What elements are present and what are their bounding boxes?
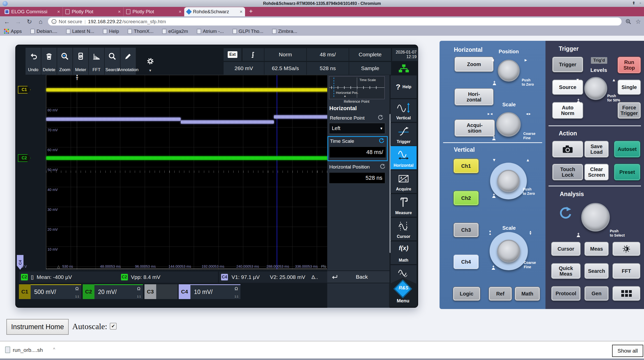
ch1-button[interactable]: Ch1 bbox=[453, 159, 479, 173]
ch4-button[interactable]: Ch4 bbox=[453, 254, 479, 269]
trigger-mode-cell[interactable]: Norm bbox=[264, 48, 306, 61]
network-icon[interactable] bbox=[399, 64, 409, 73]
protocol-button[interactable]: Protocol bbox=[551, 286, 581, 301]
quick-meas-button[interactable]: Quick Meas bbox=[551, 263, 581, 279]
screenshot-button[interactable] bbox=[552, 141, 583, 158]
bookmark-help[interactable]: Help bbox=[103, 29, 119, 34]
horizontal-position-reset-icon[interactable] bbox=[379, 163, 386, 170]
back-icon[interactable]: ← bbox=[3, 18, 11, 25]
c2-channel-badge[interactable]: C2 bbox=[83, 284, 94, 299]
tab-elog[interactable]: ELOG Commissi × bbox=[2, 7, 63, 16]
annotation-button[interactable]: Annotation bbox=[120, 48, 136, 75]
back-button[interactable]: Back bbox=[327, 271, 390, 283]
forward-icon[interactable]: → bbox=[14, 18, 22, 25]
new-tab-button[interactable]: + bbox=[249, 8, 253, 16]
undo-button[interactable]: Undo bbox=[26, 48, 41, 75]
c2-scale-cell[interactable]: 20 mV/ Ω 1:1 bbox=[94, 284, 143, 299]
menu-item-cursor[interactable]: Cursor bbox=[391, 217, 417, 240]
c1-level-flag[interactable]: C1 bbox=[18, 86, 31, 94]
acquisition-panel-button[interactable]: Acqui- sition bbox=[454, 119, 495, 137]
tab-plotly-1[interactable]: Plotly Plot × bbox=[63, 7, 124, 16]
address-bar[interactable]: i Not secure | 192.168.229.22 /screencam… bbox=[48, 18, 622, 25]
trigger-source-cell[interactable]: Ext bbox=[224, 48, 241, 61]
autoscale-checkbox[interactable]: ✔ bbox=[110, 323, 117, 330]
acquisition-mode-cell[interactable]: Sample bbox=[349, 62, 391, 75]
bookmark-glpi[interactable]: GLPI Tho... bbox=[233, 29, 263, 34]
c3-channel-badge[interactable]: C3 bbox=[144, 284, 156, 299]
trigger-slope-cell[interactable] bbox=[242, 48, 264, 61]
sample-rate-cell[interactable]: 62.5 MSa/s bbox=[264, 62, 306, 75]
bookmark-egiga2m[interactable]: eGiga2m bbox=[162, 29, 188, 34]
trigger-time-marker[interactable]: ▼ T bbox=[74, 74, 80, 81]
meter-button[interactable]: Meter bbox=[73, 48, 88, 75]
math-button[interactable]: Math bbox=[515, 287, 540, 301]
menu-item-vertical[interactable]: Vertical bbox=[391, 99, 417, 122]
single-button[interactable]: Single bbox=[617, 80, 641, 95]
bookmark-apps[interactable]: Apps bbox=[4, 29, 22, 34]
cursor-panel-button[interactable]: Cursor bbox=[551, 242, 581, 256]
c4-channel-badge[interactable]: C4 bbox=[179, 284, 190, 299]
menu-item-help[interactable]: ? Help bbox=[391, 75, 417, 98]
bookmark-debian[interactable]: Debian.... bbox=[30, 29, 57, 34]
minimize-icon[interactable]: ▫ bbox=[640, 1, 641, 5]
fft-button[interactable]: FFT bbox=[89, 48, 104, 75]
intensity-button[interactable] bbox=[612, 242, 640, 256]
c2-level-flag[interactable]: C2 bbox=[18, 154, 31, 162]
c4-scale-cell[interactable]: 10 mV/ Ω 1:1 bbox=[190, 284, 240, 299]
tab-close-icon[interactable]: × bbox=[240, 9, 242, 15]
horizontal-position-valuebox[interactable]: 528 ns bbox=[329, 172, 385, 184]
menu-item-measure[interactable]: Measure bbox=[391, 194, 417, 217]
menu-item-trigger[interactable]: Trigger bbox=[391, 122, 417, 146]
ch2-button[interactable]: Ch2 bbox=[453, 191, 479, 205]
vertical-position-knob[interactable] bbox=[497, 170, 520, 192]
zoom-level-icon[interactable] bbox=[625, 18, 632, 25]
auto-norm-button[interactable]: Auto Norm bbox=[552, 102, 583, 119]
reference-point-dropdown[interactable]: Left ▾ bbox=[329, 123, 385, 134]
bookmark-thomx[interactable]: ThomX... bbox=[128, 29, 153, 34]
c1-channel-badge[interactable]: C1 bbox=[19, 284, 31, 299]
gear-icon[interactable] bbox=[147, 57, 154, 65]
clear-screen-button[interactable]: Clear Screen bbox=[584, 164, 609, 181]
tab-rohde-schwarz-active[interactable]: Rohde&Schwarz × bbox=[184, 7, 245, 16]
download-file-name[interactable]: run_orb....sh bbox=[13, 347, 43, 353]
time-scale-reset-icon[interactable] bbox=[378, 137, 385, 144]
bookmark-star-icon[interactable]: ☆ bbox=[635, 18, 641, 25]
menu-item-math[interactable]: f(x) Math bbox=[391, 241, 417, 264]
horizontal-panel-button[interactable]: Hori- zontal bbox=[454, 88, 494, 106]
trigger-level-cell[interactable]: 260 mV bbox=[224, 62, 264, 75]
bookmark-atrium[interactable]: Atrium -... bbox=[197, 29, 224, 34]
reload-icon[interactable]: ↻ bbox=[26, 18, 33, 25]
navigation-knob[interactable] bbox=[581, 203, 610, 232]
save-load-button[interactable]: Save Load bbox=[584, 141, 609, 158]
preset-button[interactable]: Preset bbox=[614, 164, 640, 181]
gear-dropdown-icon[interactable]: ▼ bbox=[149, 69, 152, 72]
reference-point-reset-icon[interactable] bbox=[377, 114, 384, 121]
run-stop-button[interactable]: Run Stop bbox=[617, 57, 641, 73]
menu-item-horizontal-active[interactable]: Horizontal bbox=[391, 146, 417, 169]
trigger-levels-knob[interactable] bbox=[584, 77, 607, 100]
search-panel-button[interactable]: Search bbox=[584, 263, 609, 279]
instrument-home-button[interactable]: Instrument Home bbox=[6, 319, 69, 335]
force-trigger-button[interactable]: Force Trigger bbox=[617, 102, 641, 119]
maximize-icon[interactable]: ⬆ bbox=[632, 1, 635, 5]
measurement-section-1[interactable]: C2 [] Mean: -400 µV C2 Vpp: 8.4 mV bbox=[19, 272, 218, 283]
waveform-graticule[interactable]: 90 mV 80 mV 70 mV 60 mV 50 mV 40 mV 30 m… bbox=[46, 75, 341, 269]
trigger-menu-button[interactable]: Trigger bbox=[552, 57, 583, 72]
horizontal-position-knob[interactable] bbox=[498, 60, 520, 82]
autoset-button[interactable]: Autoset bbox=[614, 141, 640, 158]
logic-button[interactable]: Logic bbox=[453, 287, 480, 301]
touch-lock-button[interactable]: Touch Lock bbox=[552, 164, 583, 181]
show-all-button[interactable]: Show all bbox=[612, 345, 643, 357]
download-caret-icon[interactable]: ^ bbox=[53, 347, 55, 352]
home-icon[interactable]: ⌂ bbox=[37, 18, 44, 25]
apps-grid-button[interactable] bbox=[612, 286, 640, 301]
ref-button[interactable]: Ref bbox=[489, 287, 512, 301]
menu-item-acquire[interactable]: AD Acquire bbox=[391, 170, 417, 193]
bookmark-latest-news[interactable]: Latest N... bbox=[66, 29, 94, 34]
tab-close-icon[interactable]: × bbox=[118, 9, 121, 15]
vertical-scale-knob[interactable] bbox=[497, 240, 520, 263]
delete-button[interactable]: Delete bbox=[41, 48, 57, 75]
tab-plotly-2[interactable]: Plotly Plot × bbox=[124, 7, 184, 16]
c3-scale-cell[interactable] bbox=[156, 284, 178, 299]
meas-button[interactable]: Meas bbox=[584, 242, 609, 256]
